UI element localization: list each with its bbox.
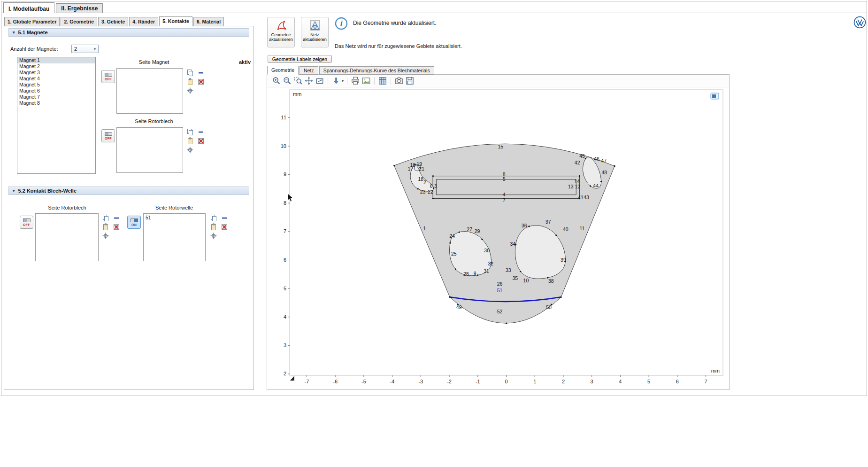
vertex-dot[interactable] — [520, 271, 521, 272]
vertex-dot[interactable] — [579, 175, 580, 177]
clear-selection-icon[interactable] — [221, 223, 228, 231]
vertex-dot[interactable] — [560, 296, 561, 298]
remove-selection-icon[interactable] — [113, 214, 120, 222]
zoom-to-selection-icon[interactable] — [186, 146, 194, 154]
model-step-tab[interactable]: 6. Material — [193, 17, 224, 26]
collapse-triangle-icon: ▾ — [13, 30, 15, 35]
zoom-box-icon[interactable] — [293, 76, 303, 86]
toggle-state-label: OFF — [105, 137, 112, 140]
seite-rotorblech-selection-box[interactable] — [116, 127, 183, 173]
vertex-dot[interactable] — [614, 165, 615, 167]
copy-selection-icon[interactable] — [102, 214, 109, 222]
edge-label: 49 — [456, 304, 462, 310]
paste-selection-icon[interactable] — [102, 223, 109, 231]
snapshot-icon[interactable] — [394, 76, 404, 86]
model-step-tab[interactable]: 5. Kontakte — [159, 16, 192, 26]
vertex-dot[interactable] — [585, 158, 586, 159]
graphics-tab[interactable]: Spannungs-Dehnungs-Kurve des Blechmateri… — [319, 66, 434, 75]
clear-selection-icon[interactable] — [197, 137, 205, 145]
seite-rotorblech-toggle[interactable]: OFF — [101, 129, 115, 142]
main-tab[interactable]: II. Ergebnisse — [56, 3, 103, 13]
magnet-list[interactable]: Magnet 1Magnet 2Magnet 3Magnet 4Magnet 5… — [17, 57, 96, 174]
kontakt-rotorwelle-toggle[interactable]: ON — [127, 216, 141, 229]
kontakt-rotorblech-toggle[interactable]: OFF — [20, 216, 33, 229]
model-step-tab[interactable]: 3. Gebiete — [98, 17, 128, 26]
paste-selection-icon[interactable] — [186, 137, 194, 145]
print-icon[interactable] — [351, 76, 360, 86]
copy-selection-icon[interactable] — [210, 214, 217, 222]
zoom-to-selection-icon[interactable] — [186, 87, 194, 94]
selection-list-item[interactable]: 51 — [144, 214, 205, 220]
zoom-out-icon[interactable] — [283, 76, 292, 86]
vertex-dot[interactable] — [477, 274, 478, 276]
geometry-plot[interactable]: -7-6-5-4-3-2-101234567234567891011151619… — [269, 88, 727, 388]
main-tab[interactable]: I. Modellaufbau — [3, 2, 54, 13]
save-image-icon[interactable] — [405, 76, 415, 86]
vertex-dot[interactable] — [455, 268, 456, 270]
remove-selection-icon[interactable] — [197, 128, 205, 136]
remove-selection-icon[interactable] — [221, 214, 228, 222]
zoom-to-selection-icon[interactable] — [102, 232, 109, 240]
view-orientation-icon[interactable] — [331, 76, 341, 86]
vertex-dot[interactable] — [590, 185, 591, 187]
clear-selection-icon[interactable] — [113, 223, 120, 231]
zoom-to-selection-icon[interactable] — [210, 232, 217, 240]
section-header-kontakt[interactable]: ▾ 5.2 Kontakt Blech-Welle — [8, 187, 249, 195]
image-export-icon[interactable] — [361, 76, 371, 86]
vertex-dot[interactable] — [528, 226, 530, 227]
zoom-extents-icon[interactable] — [304, 76, 314, 86]
vertex-dot[interactable] — [555, 234, 557, 236]
copy-selection-icon[interactable] — [186, 69, 194, 77]
magnet-list-item[interactable]: Magnet 1 — [17, 57, 95, 63]
edge-label: 48 — [602, 170, 607, 175]
magnet-list-item[interactable]: Magnet 5 — [17, 82, 95, 88]
section-header-magnete[interactable]: ▾ 5.1 Magnete — [8, 28, 249, 37]
magnet-list-item[interactable]: Magnet 3 — [17, 70, 95, 76]
graphics-tab[interactable]: Geometrie — [267, 66, 299, 75]
vertex-dot[interactable] — [600, 181, 602, 182]
vertex-dot[interactable] — [432, 198, 434, 199]
graphics-mini-button[interactable] — [711, 93, 719, 99]
graphics-tab[interactable]: Netz — [300, 66, 318, 75]
model-step-tab[interactable]: 4. Ränder — [129, 17, 158, 26]
update-geometry-button[interactable]: Geometrie aktualisieren — [267, 17, 295, 47]
edge-label: 33 — [506, 267, 511, 273]
kontakt-rotorblech-selection-box[interactable] — [35, 213, 99, 261]
vertex-dot[interactable] — [417, 188, 419, 189]
paste-selection-icon[interactable] — [210, 223, 217, 231]
graphics-canvas[interactable]: ▾ — [267, 74, 730, 390]
vertex-dot[interactable] — [481, 239, 483, 240]
zoom-in-icon[interactable] — [272, 76, 281, 86]
vertex-dot[interactable] — [506, 322, 507, 324]
show-geometry-labels-button[interactable]: Geometrie-Labels zeigen — [268, 55, 332, 63]
seite-magnet-selection-box[interactable] — [116, 68, 183, 114]
vertex-dot[interactable] — [393, 165, 395, 166]
reset-view-icon[interactable] — [315, 76, 324, 86]
edge-label: 38 — [548, 278, 554, 284]
remove-selection-icon[interactable] — [197, 69, 205, 77]
magnet-list-item[interactable]: Magnet 7 — [17, 94, 95, 100]
model-step-tab[interactable]: 2. Geometrie — [61, 17, 97, 26]
paste-selection-icon[interactable] — [186, 78, 194, 86]
mesh-icon — [309, 20, 321, 31]
x-tick-label: -1 — [476, 379, 480, 384]
update-mesh-button[interactable]: Netz aktualisieren — [301, 17, 329, 47]
edge-label: 39 — [561, 257, 566, 263]
copy-selection-icon[interactable] — [186, 128, 194, 136]
magnet-list-item[interactable]: Magnet 2 — [17, 63, 95, 70]
clear-selection-icon[interactable] — [197, 78, 205, 86]
model-step-tab[interactable]: 1. Globale Parameter — [4, 17, 60, 26]
seite-magnet-toggle[interactable]: OFF — [101, 70, 115, 83]
vertex-dot[interactable] — [449, 242, 451, 244]
magnet-list-item[interactable]: Magnet 8 — [17, 100, 95, 106]
magnet-list-item[interactable]: Magnet 4 — [17, 76, 95, 82]
view-orientation-caret-icon[interactable]: ▾ — [342, 79, 344, 83]
evaluation-table-icon[interactable] — [378, 76, 387, 86]
magnet-list-item[interactable]: Magnet 6 — [17, 88, 95, 94]
edge-label: 45 — [579, 153, 585, 159]
kontakt-rotorwelle-selection-box[interactable]: 51 — [143, 213, 206, 261]
magnet-count-select[interactable]: 2 ▾ — [71, 45, 99, 53]
vertex-dot[interactable] — [449, 296, 451, 298]
vertex-dot[interactable] — [459, 231, 460, 233]
vertex-dot[interactable] — [432, 175, 434, 177]
